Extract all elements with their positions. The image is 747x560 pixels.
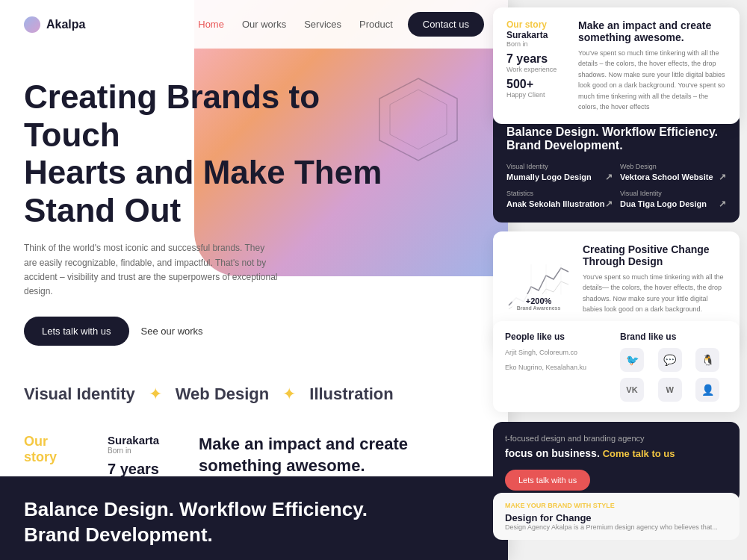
card-dark-item-1[interactable]: Web Design Vektora School Website ↗ [620,163,726,182]
card-story-body: You've spent so much time tinkering with… [578,48,726,112]
brand-icon-linux[interactable]: 🐧 [695,348,719,372]
card-cta: t-focused design and branding agency foc… [493,422,740,503]
card-story-clients-sub: Happy Client [506,91,566,99]
card-balance-design: Balance Design. Workflow Efficiency. Bra… [493,112,740,223]
main-panel: Akalpa Home Our works Services Product C… [0,0,508,560]
brand-name: Akalpa [46,18,85,31]
story-city: Surakarta [108,434,175,447]
arrow-icon-2: ↗ [605,199,613,209]
navbar: Akalpa Home Our works Services Product C… [0,0,508,49]
card-bottom: MAKE YOUR BRAND WITH STYLE Design for Ch… [493,493,740,540]
hero-buttons: Lets talk with us See our works [24,317,484,346]
card-story-city: Surakarta [506,30,566,40]
brand-icons: 🐦 💬 🐧 VK W 👤 [620,348,728,402]
card-bottom-heading: Design for Change [505,512,728,523]
arrow-icon-0: ↗ [605,172,613,182]
card-item-category-2: Statistics [506,190,613,197]
arrow-icon-3: ↗ [719,199,726,209]
card-dark-heading: Balance Design. Workflow Efficiency. Bra… [506,125,726,152]
card-bottom-pre-label: MAKE YOUR BRAND WITH STYLE [505,502,728,509]
cta-intro: t-focused design and branding agency [505,434,728,443]
nav-links: Home Our works Services Product [198,19,393,30]
card-story-headline: Make an impact and create something awes… [578,19,726,43]
service-web-design: Web Design [176,385,270,404]
people-sub: Eko Nugrino, Kesalahan.ku [505,363,613,373]
story-city-sub: Born in [108,447,175,455]
dark-heading: Balance Design. Workflow Efficiency. Bra… [24,497,484,548]
chart-visual: +200% Brand Awareness [505,261,572,320]
card-item-category-0: Visual Identity [506,163,613,170]
card-story-content: Make an impact and create something awes… [578,19,726,112]
services-bar: Visual Identity ✦ Web Design ✦ Illustrat… [0,361,508,416]
chart-badge: +200% Brand Awareness [512,294,565,313]
logo-icon [24,16,40,33]
service-dot-1: ✦ [149,385,162,404]
right-panel: Our story Surakarta Born in 7 years Work… [478,0,747,560]
hero-primary-button[interactable]: Lets talk with us [24,317,129,346]
card-dark-item-3[interactable]: Visual Identity Dua Tiga Logo Design ↗ [620,190,726,209]
dark-section: Balance Design. Workflow Efficiency. Bra… [0,476,508,560]
service-illustration: Illustration [309,385,393,404]
people-desc: Arjit Singh, Coloreum.co [505,348,613,358]
chart-heading: Creating Positive Change Through Design [583,243,728,267]
nav-link-home[interactable]: Home [198,19,224,30]
cta-description: focus on business. Come talk to us [505,447,728,459]
card-item-title-3: Dua Tiga Logo Design ↗ [620,199,726,209]
story-headline: Make an impact and create something awes… [199,434,484,476]
brand-icon-chat[interactable]: 💬 [658,348,682,372]
hero-section: Creating Brands to Touch Hearts and Make… [0,49,508,361]
card-people: People like us Arjit Singh, Coloreum.co … [493,321,740,412]
hero-description: Think of the world's most iconic and suc… [24,241,278,299]
card-our-story: Our story Surakarta Born in 7 years Work… [493,7,740,124]
brand-icon-vk[interactable]: VK [620,378,644,402]
brand-section: Brand like us 🐦 💬 🐧 VK W 👤 [620,332,728,402]
card-dark-item-2[interactable]: Statistics Anak Sekolah Illustration ↗ [506,190,613,209]
card-story-clients: 500+ [506,78,566,91]
arrow-icon-1: ↗ [719,172,726,182]
card-dark-grid: Visual Identity Mumally Logo Design ↗ We… [506,163,726,209]
brand-title: Brand like us [620,332,728,342]
card-item-title-2: Anak Sekolah Illustration ↗ [506,199,613,209]
card-story-city-sub: Born in [506,40,566,48]
card-item-category-3: Visual Identity [620,190,726,197]
story-label: Our story [24,434,84,465]
service-dot-2: ✦ [282,385,296,404]
chart-body: You've spent so much time tinkering with… [583,272,728,315]
nav-link-works[interactable]: Our works [242,19,286,30]
people-section: People like us Arjit Singh, Coloreum.co … [505,332,613,402]
card-story-stats: Our story Surakarta Born in 7 years Work… [506,19,566,112]
hero-heading: Creating Brands to Touch Hearts and Make… [24,78,382,229]
service-visual-identity: Visual Identity [24,385,135,404]
people-title: People like us [505,332,613,342]
logo[interactable]: Akalpa [24,16,85,33]
card-item-title-1: Vektora School Website ↗ [620,172,726,182]
brand-icon-user[interactable]: 👤 [695,378,719,402]
hero-secondary-button[interactable]: See our works [141,326,203,337]
card-item-category-1: Web Design [620,163,726,170]
nav-link-services[interactable]: Services [304,19,341,30]
card-story-years: 7 years [506,52,566,66]
card-dark-item-0[interactable]: Visual Identity Mumally Logo Design ↗ [506,163,613,182]
cta-button[interactable]: Lets talk with us [505,470,590,491]
story-years: 7 years [108,461,175,478]
card-item-title-0: Mumally Logo Design ↗ [506,172,613,182]
cta-link[interactable]: Come talk to us [603,448,675,459]
nav-link-product[interactable]: Product [359,19,393,30]
card-bottom-body: Design Agency Akalpa is a Premium design… [505,523,728,531]
brand-icon-twitter[interactable]: 🐦 [620,348,644,372]
card-story-label: Our story [506,19,566,30]
nav-cta-button[interactable]: Contact us [408,12,484,37]
brand-icon-wordpress[interactable]: W [658,378,682,402]
card-story-years-sub: Work experience [506,66,566,73]
